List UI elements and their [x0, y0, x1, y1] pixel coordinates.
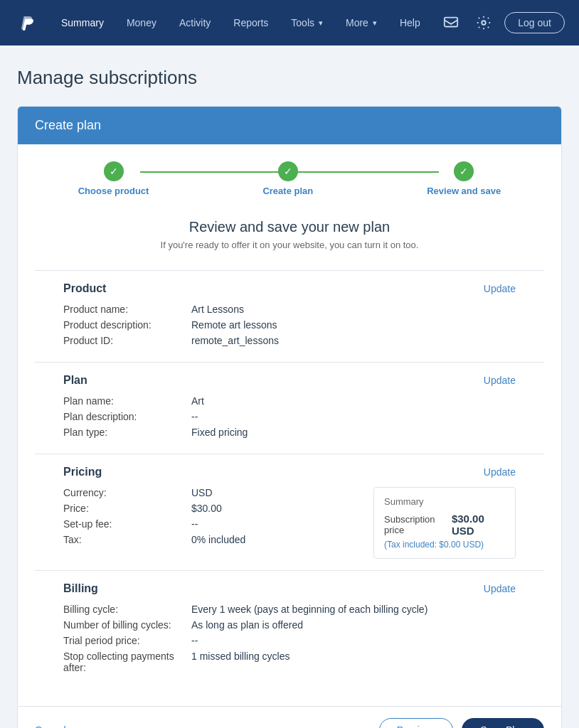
stop-collect-label: Stop collecting payments after:: [63, 651, 191, 673]
card-content: ✓ Choose product ✓ Create plan ✓ Review …: [18, 144, 561, 706]
summary-tax-note: (Tax included: $0.00 USD): [384, 540, 505, 550]
billing-cycle-value: Every 1 week (pays at beginning of each …: [191, 604, 427, 615]
nav-money[interactable]: Money: [117, 11, 166, 34]
step-3-circle: ✓: [454, 161, 474, 181]
nav-links: Summary Money Activity Reports Tools ▾ M…: [51, 11, 439, 34]
product-desc-row: Product description: Remote art lessons: [63, 319, 516, 331]
nav-summary[interactable]: Summary: [51, 11, 114, 34]
page-title: Manage subscriptions: [17, 67, 562, 89]
nav-reports[interactable]: Reports: [223, 11, 278, 34]
trial-price-row: Trial period price: --: [63, 635, 516, 646]
setup-fee-value: --: [191, 518, 198, 530]
billing-cycles-num-value: As long as plan is offered: [191, 619, 303, 631]
pricing-left: Currency: USD Price: $30.00 Set-up fee: …: [63, 487, 356, 559]
product-section-title: Product: [63, 282, 106, 295]
previous-button[interactable]: Previous: [379, 718, 453, 728]
svg-rect-1: [445, 18, 457, 27]
plan-name-label: Plan name:: [63, 395, 191, 407]
billing-section-header: Billing Update: [63, 582, 516, 595]
product-name-label: Product name:: [63, 304, 191, 315]
review-subtitle: If you're ready to offer it on your webs…: [35, 240, 544, 250]
paypal-logo: [14, 10, 40, 36]
pricing-section-header: Pricing Update: [63, 466, 516, 478]
messages-icon-button[interactable]: [439, 11, 463, 35]
more-chevron-icon: ▾: [373, 18, 377, 28]
main-card: Create plan ✓ Choose product ✓ Create pl…: [17, 106, 562, 728]
product-update-link[interactable]: Update: [484, 283, 516, 294]
step-3-label: Review and save: [427, 186, 501, 196]
navbar: Summary Money Activity Reports Tools ▾ M…: [0, 0, 579, 46]
stepper-step-2: ✓ Create plan: [262, 161, 313, 196]
action-buttons: Previous Save Plan: [379, 718, 544, 728]
trial-price-value: --: [191, 635, 198, 646]
pricing-section: Pricing Update Currency: USD Price: $30.…: [35, 454, 544, 570]
nav-right: Log out: [439, 11, 565, 35]
nav-tools[interactable]: Tools ▾: [281, 11, 333, 34]
nav-help[interactable]: Help: [390, 11, 430, 34]
plan-type-label: Plan type:: [63, 427, 191, 438]
review-heading: Review and save your new plan If you're …: [35, 219, 544, 250]
price-row: Price: $30.00: [63, 503, 356, 514]
billing-cycles-num-row: Number of billing cycles: As long as pla…: [63, 619, 516, 631]
plan-desc-value: --: [191, 411, 198, 422]
logout-button[interactable]: Log out: [504, 12, 565, 33]
card-header-title: Create plan: [35, 118, 101, 132]
plan-desc-row: Plan description: --: [63, 411, 516, 422]
stepper: ✓ Choose product ✓ Create plan ✓ Review …: [35, 161, 544, 196]
tax-row: Tax: 0% included: [63, 534, 356, 545]
billing-section: Billing Update Billing cycle: Every 1 we…: [35, 570, 544, 689]
stepper-items: ✓ Choose product ✓ Create plan ✓ Review …: [78, 161, 501, 196]
price-label: Price:: [63, 503, 191, 514]
cancel-button[interactable]: Cancel: [35, 724, 66, 728]
product-id-row: Product ID: remote_art_lessons: [63, 335, 516, 346]
review-title: Review and save your new plan: [35, 219, 544, 235]
summary-subscription-price: $30.00 USD: [452, 513, 505, 537]
card-header: Create plan: [18, 107, 561, 144]
price-value: $30.00: [191, 503, 222, 514]
billing-cycle-row: Billing cycle: Every 1 week (pays at beg…: [63, 604, 516, 615]
billing-cycles-num-label: Number of billing cycles:: [63, 619, 191, 631]
page-body: Manage subscriptions Create plan ✓ Choos…: [0, 46, 579, 728]
product-name-value: Art Lessons: [191, 304, 244, 315]
billing-update-link[interactable]: Update: [484, 583, 516, 594]
product-id-label: Product ID:: [63, 335, 191, 346]
plan-section-title: Plan: [63, 374, 87, 387]
stepper-step-3: ✓ Review and save: [427, 161, 501, 196]
plan-update-link[interactable]: Update: [484, 375, 516, 386]
step-2-label: Create plan: [262, 186, 313, 196]
pricing-summary-box: Summary Subscription price $30.00 USD (T…: [373, 487, 516, 559]
svg-point-2: [482, 21, 487, 25]
save-plan-button[interactable]: Save Plan: [462, 718, 544, 728]
step-2-circle: ✓: [278, 161, 298, 181]
plan-section: Plan Update Plan name: Art Plan descript…: [35, 362, 544, 454]
bottom-bar: Cancel Previous Save Plan: [18, 706, 561, 728]
nav-more[interactable]: More ▾: [336, 11, 387, 34]
product-desc-label: Product description:: [63, 319, 191, 331]
plan-type-row: Plan type: Fixed pricing: [63, 427, 516, 438]
product-section-header: Product Update: [63, 282, 516, 295]
stop-collect-value: 1 missed billing cycles: [191, 651, 290, 673]
summary-subscription-label: Subscription price: [384, 514, 452, 535]
pricing-update-link[interactable]: Update: [484, 466, 516, 478]
currency-value: USD: [191, 487, 213, 498]
product-desc-value: Remote art lessons: [191, 319, 277, 331]
stop-collect-row: Stop collecting payments after: 1 missed…: [63, 651, 516, 673]
plan-name-row: Plan name: Art: [63, 395, 516, 407]
settings-icon-button[interactable]: [472, 11, 496, 35]
billing-section-title: Billing: [63, 582, 98, 595]
stepper-step-1: ✓ Choose product: [78, 161, 149, 196]
tax-label: Tax:: [63, 534, 191, 545]
step-1-label: Choose product: [78, 186, 149, 196]
product-section: Product Update Product name: Art Lessons…: [35, 270, 544, 362]
billing-cycle-label: Billing cycle:: [63, 604, 191, 615]
summary-title: Summary: [384, 496, 505, 507]
summary-price-row: Subscription price $30.00 USD: [384, 513, 505, 537]
setup-fee-label: Set-up fee:: [63, 518, 191, 530]
plan-type-value: Fixed pricing: [191, 427, 248, 438]
setup-fee-row: Set-up fee: --: [63, 518, 356, 530]
product-name-row: Product name: Art Lessons: [63, 304, 516, 315]
pricing-section-title: Pricing: [63, 466, 102, 478]
product-id-value: remote_art_lessons: [191, 335, 279, 346]
currency-label: Currency:: [63, 487, 191, 498]
nav-activity[interactable]: Activity: [169, 11, 221, 34]
